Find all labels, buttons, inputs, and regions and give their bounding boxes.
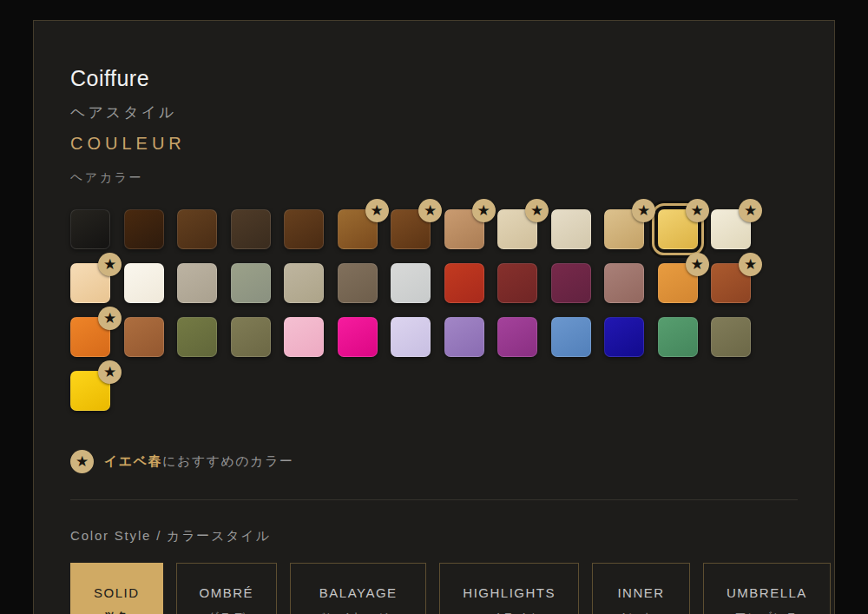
- recommended-star-icon: ★: [525, 199, 549, 222]
- tab-label-en: BALAYAGE: [319, 585, 398, 600]
- color-swatch-cell: ★: [658, 263, 698, 303]
- tab-label-en: OMBRÉ: [200, 585, 254, 600]
- color-swatch-copper[interactable]: [124, 317, 164, 357]
- color-swatch-green[interactable]: [658, 317, 698, 357]
- tab-umbrella[interactable]: UMBRELLAアンブレラ: [703, 563, 831, 614]
- color-swatch-cell: ★: [70, 371, 110, 411]
- recommended-star-icon: ★: [472, 199, 496, 222]
- color-swatch-cream-beige[interactable]: [551, 209, 591, 249]
- recommended-star-icon: ★: [98, 307, 122, 330]
- color-swatch-cell: ★: [711, 209, 751, 249]
- section-title-hair-color: ヘアカラー: [70, 170, 798, 186]
- color-swatch-khaki[interactable]: [231, 317, 271, 357]
- tab-label-en: UMBRELLA: [727, 585, 807, 600]
- color-swatch-off-white[interactable]: [124, 263, 164, 303]
- color-swatch-cell: [70, 209, 110, 249]
- color-swatch-brown[interactable]: [177, 209, 217, 249]
- color-swatch-cell: ★: [658, 209, 698, 249]
- tab-label-ja: ハイライト: [477, 610, 542, 614]
- color-swatch-cell: [711, 317, 751, 357]
- color-swatch-cell: [231, 317, 271, 357]
- color-swatch-cell: [177, 317, 217, 357]
- color-swatch-cell: [391, 317, 431, 357]
- tab-label-en: SOLID: [94, 585, 140, 600]
- tab-label-ja: インナー: [615, 610, 667, 614]
- color-swatch-dark-brown[interactable]: [124, 209, 164, 249]
- color-swatch-lavender[interactable]: [391, 317, 431, 357]
- color-swatch-rose-brown[interactable]: [604, 263, 644, 303]
- color-swatch-chestnut[interactable]: [284, 209, 324, 249]
- recommended-star-icon: ★: [98, 253, 122, 276]
- color-swatch-cell: ★: [70, 317, 110, 357]
- color-swatch-silver-gray[interactable]: [391, 263, 431, 303]
- color-swatch-plum[interactable]: [551, 263, 591, 303]
- color-swatch-sage-gray[interactable]: [231, 263, 271, 303]
- color-swatch-cell: ★: [444, 209, 484, 249]
- color-swatch-cell: [444, 317, 484, 357]
- color-swatch-cell: [551, 317, 591, 357]
- recommended-star-icon: ★: [739, 253, 762, 276]
- section-divider: [70, 499, 798, 500]
- legend-rest: におすすめのカラー: [162, 453, 293, 468]
- color-swatch-cell: [284, 209, 324, 249]
- color-swatch-cell: [551, 263, 591, 303]
- color-swatch-cell: [604, 263, 644, 303]
- color-swatch-purple[interactable]: [444, 317, 484, 357]
- page-title-japanese: ヘアスタイル: [70, 102, 798, 122]
- tab-inner[interactable]: INNERインナー: [592, 563, 690, 614]
- color-swatch-olive[interactable]: [177, 317, 217, 357]
- color-swatch-cell: [658, 317, 698, 357]
- color-swatch-red[interactable]: [444, 263, 484, 303]
- color-swatch-cell: ★: [70, 263, 110, 303]
- color-swatch-cell: [284, 317, 324, 357]
- color-swatch-taupe[interactable]: [338, 263, 378, 303]
- recommended-star-icon: ★: [632, 199, 655, 222]
- color-swatch-grid: ★★★★★★★★★★★★: [70, 209, 798, 411]
- color-swatch-cell: ★: [711, 263, 751, 303]
- color-swatch-cell: [391, 263, 431, 303]
- color-swatch-cell: [284, 263, 324, 303]
- tab-label-ja: バレイヤージュ: [313, 610, 403, 614]
- tab-label-ja: 単色: [104, 610, 129, 614]
- color-swatch-cell: [497, 263, 537, 303]
- tab-balayage[interactable]: BALAYAGEバレイヤージュ: [290, 563, 426, 614]
- star-icon: ★: [70, 450, 94, 473]
- recommended-star-icon: ★: [98, 360, 122, 384]
- color-swatch-magenta-pink[interactable]: [338, 317, 378, 357]
- color-swatch-maroon[interactable]: [497, 263, 537, 303]
- legend-text: イエベ春におすすめのカラー: [104, 453, 293, 470]
- color-swatch-navy-blue[interactable]: [604, 317, 644, 357]
- color-swatch-light-pink[interactable]: [284, 317, 324, 357]
- tab-label-ja: グラデ: [207, 610, 246, 614]
- legend-highlight: イエベ春: [104, 453, 162, 468]
- color-swatch-beige-gray[interactable]: [284, 263, 324, 303]
- color-swatch-olive-gray[interactable]: [711, 317, 751, 357]
- recommended-color-legend: ★ イエベ春におすすめのカラー: [70, 450, 798, 473]
- color-swatch-violet-magenta[interactable]: [497, 317, 537, 357]
- tab-label-en: INNER: [617, 585, 664, 600]
- recommended-star-icon: ★: [739, 199, 762, 222]
- tab-highlights[interactable]: HIGHLIGHTSハイライト: [439, 563, 579, 614]
- color-swatch-steel-blue[interactable]: [551, 317, 591, 357]
- color-swatch-greige[interactable]: [177, 263, 217, 303]
- color-swatch-black[interactable]: [70, 209, 110, 249]
- section-title-couleur: COULEUR: [70, 134, 798, 154]
- color-swatch-cell: [551, 209, 591, 249]
- color-swatch-cell: [604, 317, 644, 357]
- page-title: Coiffure: [70, 66, 798, 91]
- color-swatch-cell: ★: [604, 209, 644, 249]
- tab-label-en: HIGHLIGHTS: [463, 585, 556, 600]
- color-swatch-cell: ★: [391, 209, 431, 249]
- recommended-star-icon: ★: [418, 199, 442, 222]
- color-swatch-cell: [177, 263, 217, 303]
- color-swatch-ash-brown[interactable]: [231, 209, 271, 249]
- tab-ombr[interactable]: OMBRÉグラデ: [176, 563, 278, 614]
- recommended-star-icon: ★: [686, 253, 709, 276]
- color-swatch-cell: [177, 209, 217, 249]
- color-swatch-cell: ★: [497, 209, 537, 249]
- tab-label-ja: アンブレラ: [734, 610, 799, 614]
- color-swatch-cell: [231, 209, 271, 249]
- color-swatch-cell: [124, 263, 164, 303]
- tab-solid[interactable]: SOLID単色: [70, 563, 163, 614]
- color-swatch-cell: [497, 317, 537, 357]
